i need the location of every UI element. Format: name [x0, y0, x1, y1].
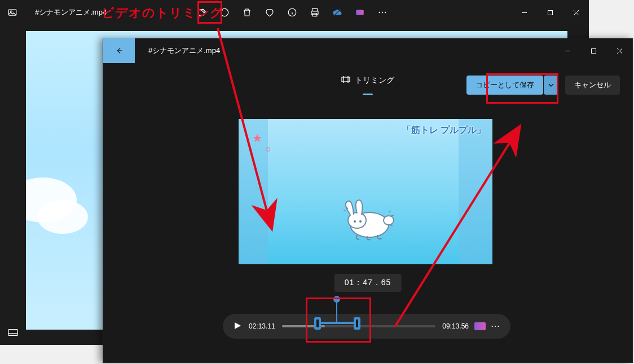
svg-point-30 [384, 216, 394, 225]
minimize-icon[interactable] [511, 0, 537, 25]
svg-point-9 [379, 12, 380, 13]
maximize-icon[interactable] [537, 0, 563, 25]
star-deco-icon: ★ [252, 131, 262, 145]
time-display: 01：47．65 [334, 274, 402, 292]
svg-point-11 [385, 12, 386, 13]
svg-rect-8 [356, 10, 364, 15]
play-icon[interactable] [233, 321, 242, 332]
back-button[interactable] [103, 38, 135, 63]
clipchamp-icon[interactable] [474, 322, 486, 330]
cancel-button[interactable]: キャンセル [565, 76, 620, 95]
svg-rect-4 [312, 8, 318, 11]
svg-point-29 [359, 220, 362, 223]
svg-rect-13 [548, 10, 552, 15]
close-icon[interactable] [563, 0, 589, 25]
photos-title: #シナモンアニメ.mp4 [25, 7, 107, 17]
trim-icon [341, 76, 350, 85]
editor-title: #シナモンアニメ.mp4 [135, 46, 554, 56]
editor-titlebar: #シナモンアニメ.mp4 [103, 38, 632, 63]
bunny-character [340, 198, 402, 243]
photos-window-buttons [511, 0, 589, 25]
end-time: 09:13.56 [442, 322, 469, 330]
circle-deco-icon [266, 147, 270, 152]
annotation-box-edit [197, 1, 222, 24]
info-icon[interactable] [281, 2, 303, 23]
svg-rect-16 [8, 330, 17, 336]
more-icon[interactable] [372, 2, 393, 23]
start-time: 02:13.11 [249, 322, 275, 330]
svg-rect-20 [591, 48, 596, 53]
delete-icon[interactable] [236, 2, 258, 23]
annotation-box-save [486, 73, 558, 104]
favorite-icon[interactable] [259, 2, 280, 23]
photos-app-icon [0, 7, 25, 17]
trim-text: トリミング [355, 76, 394, 86]
cloud-icon[interactable] [327, 2, 348, 23]
print-icon[interactable] [304, 2, 325, 23]
editor-window-buttons [554, 38, 632, 63]
more-icon[interactable]: ··· [491, 322, 500, 330]
photos-toolbar [191, 2, 511, 23]
svg-rect-23 [342, 77, 350, 82]
preview-caption: 「筋トレ プルプル」 [402, 125, 486, 136]
minimize-icon[interactable] [554, 38, 580, 63]
svg-point-10 [382, 12, 383, 13]
svg-point-27 [348, 212, 366, 228]
video-preview: 「筋トレ プルプル」 ★ [239, 119, 492, 264]
annotation-box-handles [306, 298, 371, 343]
trim-mode-label: トリミング [341, 76, 394, 95]
svg-point-28 [354, 220, 356, 223]
photos-titlebar: #シナモンアニメ.mp4 [0, 0, 589, 25]
filmstrip-toggle-icon[interactable] [0, 320, 26, 345]
close-icon[interactable] [606, 38, 632, 63]
clipchamp-icon[interactable] [349, 2, 371, 23]
maximize-icon[interactable] [580, 38, 606, 63]
